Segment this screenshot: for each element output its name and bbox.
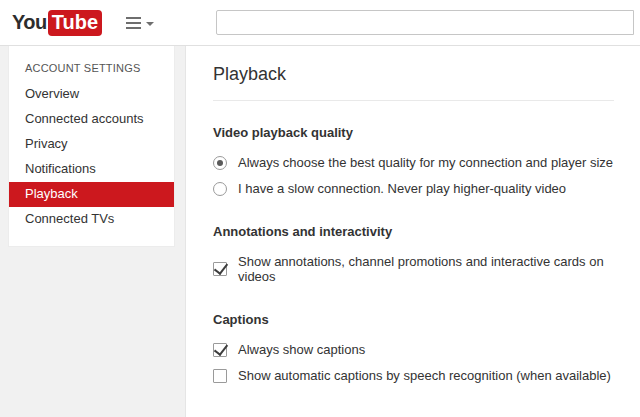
playback-settings-panel: Playback Video playback quality Always c…	[185, 46, 640, 417]
checkbox-option-always-show-captions[interactable]: Always show captions	[213, 342, 614, 357]
top-bar: You Tube	[0, 0, 640, 46]
radio-checked-icon[interactable]	[213, 156, 227, 170]
section-heading: Captions	[213, 312, 614, 327]
search-input[interactable]	[216, 10, 634, 35]
section-heading: Annotations and interactivity	[213, 224, 614, 239]
logo-text-tube: Tube	[48, 10, 102, 36]
settings-sidebar: ACCOUNT SETTINGS Overview Connected acco…	[8, 46, 175, 247]
chevron-down-icon	[146, 22, 154, 26]
sidebar-item-overview[interactable]: Overview	[9, 82, 174, 107]
checkbox-checked-icon[interactable]	[213, 262, 227, 276]
option-label: Always choose the best quality for my co…	[238, 155, 613, 170]
sidebar-item-privacy[interactable]: Privacy	[9, 132, 174, 157]
checkbox-option-automatic-captions[interactable]: Show automatic captions by speech recogn…	[213, 368, 614, 383]
content-area: ACCOUNT SETTINGS Overview Connected acco…	[0, 46, 640, 417]
sidebar-item-connected-tvs[interactable]: Connected TVs	[9, 207, 174, 232]
checkbox-checked-icon[interactable]	[213, 343, 227, 357]
section-video-playback-quality: Video playback quality Always choose the…	[213, 125, 614, 196]
guide-menu-button[interactable]	[126, 14, 154, 32]
page-title: Playback	[213, 64, 614, 101]
logo-text-you: You	[12, 11, 47, 34]
radio-option-slow-connection[interactable]: I have a slow connection. Never play hig…	[213, 181, 614, 196]
section-annotations: Annotations and interactivity Show annot…	[213, 224, 614, 284]
checkbox-unchecked-icon[interactable]	[213, 369, 227, 383]
sidebar-item-playback[interactable]: Playback	[9, 182, 174, 207]
radio-unchecked-icon[interactable]	[213, 182, 227, 196]
section-captions: Captions Always show captions Show autom…	[213, 312, 614, 383]
youtube-logo[interactable]: You Tube	[12, 10, 102, 36]
radio-option-best-quality[interactable]: Always choose the best quality for my co…	[213, 155, 614, 170]
option-label: Show annotations, channel promotions and…	[238, 254, 614, 284]
option-label: Show automatic captions by speech recogn…	[238, 368, 611, 383]
section-heading: Video playback quality	[213, 125, 614, 140]
sidebar-title: ACCOUNT SETTINGS	[9, 56, 174, 82]
checkbox-option-show-annotations[interactable]: Show annotations, channel promotions and…	[213, 254, 614, 284]
sidebar-item-connected-accounts[interactable]: Connected accounts	[9, 107, 174, 132]
option-label: I have a slow connection. Never play hig…	[238, 181, 566, 196]
hamburger-icon	[126, 14, 141, 32]
option-label: Always show captions	[238, 342, 365, 357]
sidebar-item-notifications[interactable]: Notifications	[9, 157, 174, 182]
